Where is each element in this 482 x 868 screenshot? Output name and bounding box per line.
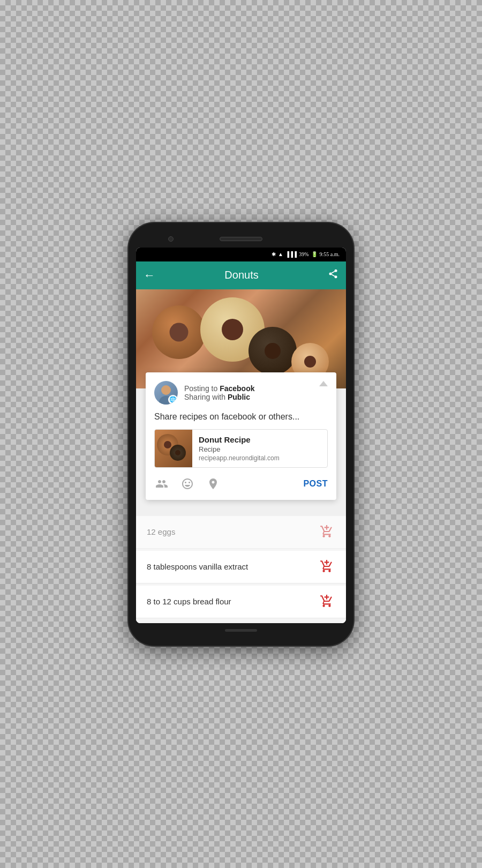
recipe-info: Donut Recipe Recipe recipeapp.neurondigi… bbox=[192, 430, 327, 467]
facebook-share-dialog: 🌐 Posting to Facebook Sharing with Publi… bbox=[146, 372, 336, 500]
recipe-thumbnail bbox=[155, 430, 192, 467]
ingredients-area: 12 eggs 8 tablespoons vanilla extract bbox=[136, 516, 346, 623]
cart-icon-0[interactable] bbox=[319, 525, 335, 540]
public-label: Public bbox=[228, 393, 250, 401]
svg-point-2 bbox=[335, 275, 337, 278]
avatar-head bbox=[161, 385, 171, 395]
recipe-url: recipeapp.neurondigital.com bbox=[199, 454, 321, 462]
wifi-icon: ▲ bbox=[278, 251, 283, 257]
svg-line-4 bbox=[332, 271, 335, 273]
home-indicator bbox=[225, 629, 257, 632]
svg-point-1 bbox=[329, 273, 332, 275]
post-button[interactable]: POST bbox=[303, 479, 328, 489]
bluetooth-icon: ✱ bbox=[272, 251, 276, 257]
phone-speaker bbox=[220, 237, 262, 241]
donut-1 bbox=[152, 305, 206, 359]
back-button[interactable]: ← bbox=[144, 268, 155, 282]
recipe-type: Recipe bbox=[199, 445, 321, 453]
page-title: Donuts bbox=[224, 269, 258, 281]
ingredient-text: 8 to 12 cups bread flour bbox=[147, 597, 231, 606]
clock: 9:55 a.m. bbox=[320, 251, 340, 257]
posting-info: Posting to Facebook Sharing with Public bbox=[184, 384, 328, 401]
cart-icon-2[interactable] bbox=[319, 594, 335, 609]
facebook-label: Facebook bbox=[220, 384, 254, 393]
phone-camera bbox=[168, 236, 174, 242]
tag-person-button[interactable] bbox=[154, 476, 169, 491]
phone-bottom-bar bbox=[136, 623, 346, 638]
add-to-cart-icon bbox=[319, 525, 334, 538]
ingredient-row: 12 eggs bbox=[136, 516, 346, 549]
ingredient-row: 8 to 12 cups bread flour bbox=[136, 586, 346, 618]
add-to-cart-icon bbox=[319, 594, 334, 608]
battery-icon: 🔋 bbox=[311, 251, 318, 257]
dialog-arrow bbox=[319, 381, 328, 386]
phone-top-bar bbox=[136, 230, 346, 248]
tag-person-icon bbox=[155, 477, 168, 490]
ingredient-row: 8 tablespoons vanilla extract bbox=[136, 551, 346, 583]
location-icon bbox=[207, 477, 220, 490]
svg-point-0 bbox=[335, 270, 337, 272]
dialog-overlay: 🌐 Posting to Facebook Sharing with Publi… bbox=[136, 388, 346, 623]
sharing-with-line: Sharing with Public bbox=[184, 393, 328, 401]
recipe-card: Donut Recipe Recipe recipeapp.neurondigi… bbox=[154, 429, 328, 468]
svg-line-3 bbox=[332, 274, 335, 276]
status-bar: ✱ ▲ ▐▐▐ 39% 🔋 9:55 a.m. bbox=[136, 248, 346, 261]
avatar: 🌐 bbox=[154, 381, 178, 405]
battery-percent: 39% bbox=[299, 251, 308, 257]
phone-device: ✱ ▲ ▐▐▐ 39% 🔋 9:55 a.m. ← Donuts bbox=[129, 223, 353, 646]
posting-prefix: Posting to bbox=[184, 384, 220, 393]
share-text-area[interactable]: Share recipes on facebook or others... bbox=[154, 412, 328, 422]
add-to-cart-icon bbox=[319, 559, 334, 573]
share-icon bbox=[328, 268, 338, 279]
location-button[interactable] bbox=[206, 476, 221, 491]
cart-icon-1[interactable] bbox=[319, 559, 335, 574]
emoji-icon bbox=[181, 477, 194, 490]
share-button[interactable] bbox=[328, 268, 338, 282]
phone-screen: ✱ ▲ ▐▐▐ 39% 🔋 9:55 a.m. ← Donuts bbox=[136, 248, 346, 623]
dialog-actions: POST bbox=[154, 476, 328, 491]
emoji-button[interactable] bbox=[180, 476, 195, 491]
thumb-donut-2 bbox=[170, 445, 186, 461]
posting-to-line: Posting to Facebook bbox=[184, 384, 328, 393]
signal-icon: ▐▐▐ bbox=[285, 251, 297, 257]
recipe-title: Donut Recipe bbox=[199, 435, 321, 444]
sharing-prefix: Sharing with bbox=[184, 393, 228, 401]
globe-badge: 🌐 bbox=[168, 395, 178, 405]
ingredient-text: 12 eggs bbox=[147, 527, 175, 536]
status-icons: ✱ ▲ ▐▐▐ 39% 🔋 9:55 a.m. bbox=[272, 251, 340, 257]
action-icons bbox=[154, 476, 221, 491]
donut-3 bbox=[248, 327, 297, 375]
app-toolbar: ← Donuts bbox=[136, 261, 346, 289]
dialog-header: 🌐 Posting to Facebook Sharing with Publi… bbox=[154, 381, 328, 405]
ingredient-text: 8 tablespoons vanilla extract bbox=[147, 562, 248, 571]
